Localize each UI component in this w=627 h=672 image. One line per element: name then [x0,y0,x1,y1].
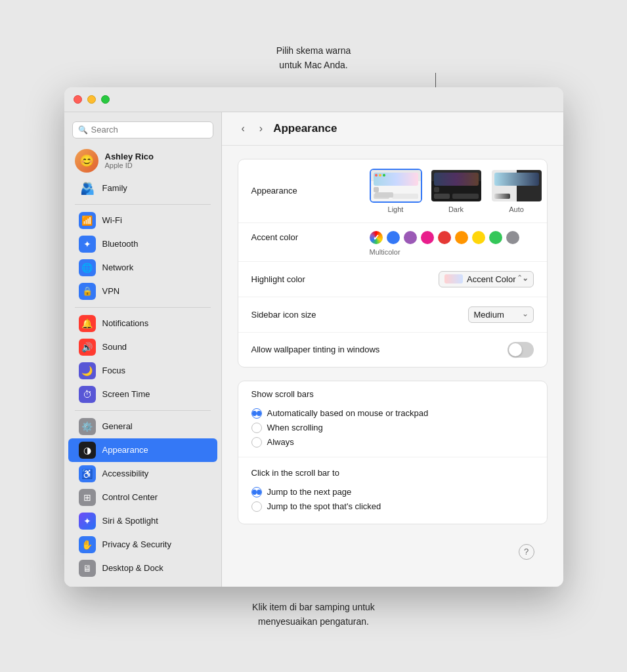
accent-orange[interactable] [455,231,468,244]
appearance-label: Appearance [251,186,370,196]
auto-thumb[interactable] [490,169,543,203]
family-icon: 🫂 [79,180,96,197]
scroll-always-radio[interactable] [251,437,262,448]
sidebar-item-bluetooth[interactable]: ✦ Bluetooth [68,232,217,256]
sidebar-divider-3 [75,410,211,411]
desktop-icon: 🖥 [79,560,96,577]
click-scroll-label: Click in the scroll bar to [238,460,547,480]
sidebar-item-vpn[interactable]: 🔒 VPN [68,280,217,303]
annotation-top-line1: Pilih skema warna [276,45,351,56]
sidebar-item-controlcenter[interactable]: ⊞ Control Center [68,486,217,509]
avatar: 😊 [75,149,98,173]
user-name: Ashley Rico [105,152,154,161]
scroll-scrolling-option[interactable]: When scrolling [251,423,534,433]
user-appleid: Apple ID [105,161,154,169]
sidebar-item-desktop[interactable]: 🖥 Desktop & Dock [68,556,217,580]
sidebar-item-siri[interactable]: ✦ Siri & Spotlight [68,509,217,533]
accent-multicolor[interactable]: ✓ [370,231,383,244]
sidebar-size-select[interactable]: Small Medium Large [468,306,534,323]
scroll-scrolling-radio[interactable] [251,423,262,433]
sidebar-divider-2 [75,307,211,308]
sidebar-item-label: Bluetooth [102,239,139,249]
scroll-auto-label: Automatically based on mouse or trackpad [267,408,429,418]
sidebar-item-focus[interactable]: 🌙 Focus [68,359,217,383]
maximize-button[interactable] [101,95,110,104]
scroll-bars-radio-group: Automatically based on mouse or trackpad… [238,402,547,454]
click-spot-option[interactable]: Jump to the spot that's clicked [251,501,534,512]
annotation-top-line2: untuk Mac Anda. [279,60,347,70]
sidebar-item-label: Sound [102,342,127,352]
wifi-icon: 📶 [79,212,96,229]
accent-row: ✓ [370,231,519,244]
accent-graphite[interactable] [506,231,519,244]
sidebar-item-label: Siri & Spotlight [102,516,158,526]
sidebar-item-label: Focus [102,366,125,375]
scroll-auto-option[interactable]: Automatically based on mouse or trackpad [251,408,534,419]
click-next-page-radio[interactable] [251,487,262,497]
highlight-color-label: Highlight color [251,274,370,284]
main-content: ‹ › Appearance Appearance [222,112,563,587]
scroll-bars-label: Show scroll bars [238,381,547,402]
dark-thumb[interactable] [430,169,483,203]
page-title: Appearance [273,122,337,135]
accent-green[interactable] [489,231,502,244]
sidebar: 🔍 😊 Ashley Rico Apple ID 🫂 Family 📶 [64,112,222,587]
wallpaper-tinting-toggle[interactable] [508,342,534,358]
sidebar-item-label: Screen Time [102,389,150,399]
light-thumb[interactable] [370,169,422,203]
sidebar-item-accessibility[interactable]: ♿ Accessibility [68,462,217,486]
highlight-dropdown[interactable]: Accent Color ⌃⌄ [439,271,533,287]
appearance-group: Appearance [238,159,548,368]
appearance-option-light[interactable]: Light [370,169,422,213]
sidebar-item-label: Family [102,183,127,193]
sidebar-item-label: Accessibility [102,469,149,478]
sidebar-item-label: VPN [102,286,120,296]
sidebar-item-general[interactable]: ⚙️ General [68,415,217,438]
scroll-always-option[interactable]: Always [251,437,534,448]
search-icon: 🔍 [78,125,88,135]
sidebar-item-label: Desktop & Dock [102,563,163,573]
callout-line-top [435,73,436,87]
annotation-bottom: Klik item di bar samping untuk menyesuai… [252,600,375,642]
sidebar-item-screentime[interactable]: ⏱ Screen Time [68,383,217,406]
sidebar-item-label: Notifications [102,318,149,328]
sidebar-size-dropdown[interactable]: Small Medium Large [468,306,534,323]
back-button[interactable]: ‹ [238,121,249,136]
accent-yellow[interactable] [472,231,485,244]
appearance-option-auto[interactable]: Auto [490,169,543,213]
help-button[interactable]: ? [519,544,534,560]
sidebar-item-privacy[interactable]: ✋ Privacy & Security [68,533,217,556]
appearance-option-dark[interactable]: Dark [430,169,483,213]
scroll-always-label: Always [267,437,294,447]
click-next-page-option[interactable]: Jump to the next page [251,487,534,497]
window-body: 🔍 😊 Ashley Rico Apple ID 🫂 Family 📶 [64,112,563,587]
sidebar-item-family[interactable]: 🫂 Family [68,177,217,200]
accessibility-icon: ♿ [79,465,96,482]
search-box[interactable]: 🔍 [72,121,213,138]
wallpaper-tinting-label: Allow wallpaper tinting in windows [251,345,508,354]
forward-button[interactable]: › [255,121,267,136]
search-input[interactable] [91,125,207,135]
sidebar-item-notifications[interactable]: 🔔 Notifications [68,312,217,335]
sidebar-item-wifi[interactable]: 📶 Wi-Fi [68,209,217,232]
sidebar-user[interactable]: 😊 Ashley Rico Apple ID [64,145,221,177]
accent-purple[interactable] [404,231,417,244]
content-header: ‹ › Appearance [222,112,563,146]
sidebar-divider-1 [75,204,211,205]
user-info: Ashley Rico Apple ID [105,152,154,169]
accent-pink[interactable] [421,231,434,244]
click-spot-radio[interactable] [251,501,262,512]
help-area: ? [238,537,548,566]
accent-red[interactable] [438,231,451,244]
sidebar-item-appearance[interactable]: ◑ Appearance [68,438,217,462]
sidebar-item-network[interactable]: 🌐 Network [68,256,217,280]
scroll-scrolling-label: When scrolling [267,423,323,432]
accent-blue[interactable] [387,231,400,244]
sound-icon: 🔊 [79,339,96,356]
close-button[interactable] [74,95,82,104]
screentime-icon: ⏱ [79,386,96,403]
minimize-button[interactable] [87,95,96,104]
accent-selected-label: Multicolor [370,248,519,256]
scroll-auto-radio[interactable] [251,408,262,419]
sidebar-item-sound[interactable]: 🔊 Sound [68,335,217,359]
